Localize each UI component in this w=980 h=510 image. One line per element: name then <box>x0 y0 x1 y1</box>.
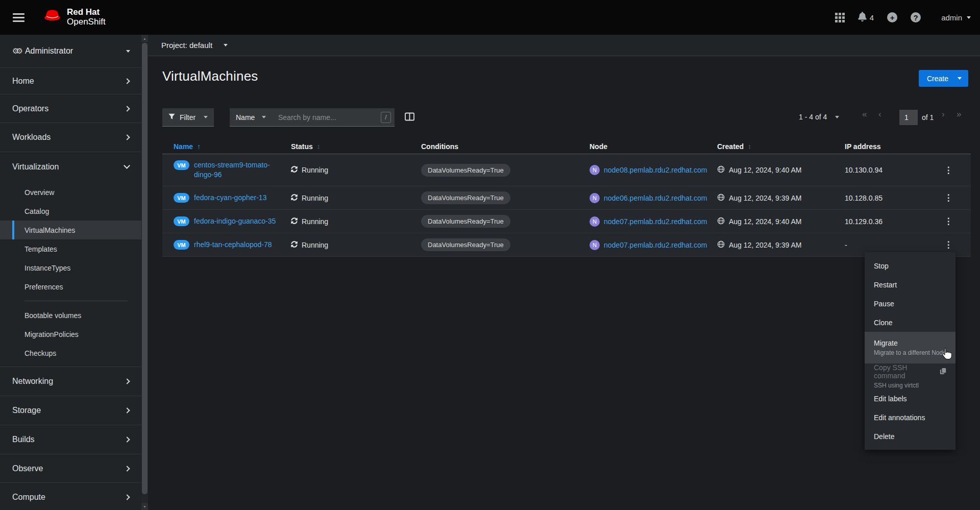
sidebar-item-storage[interactable]: Storage <box>0 396 141 425</box>
question-circle-icon: ? <box>911 12 921 22</box>
menu-item-pause[interactable]: Pause <box>865 294 955 313</box>
sidebar-item-instancetypes[interactable]: InstanceTypes <box>0 258 141 277</box>
status-label: Running <box>302 166 328 174</box>
scroll-down-icon[interactable]: ▼ <box>141 503 148 510</box>
status-label: Running <box>302 241 328 249</box>
search-attribute-dropdown[interactable]: Name <box>230 108 272 127</box>
sidebar-item-catalog[interactable]: Catalog <box>0 202 141 221</box>
column-header-status[interactable]: Status ↕ <box>291 142 421 151</box>
pagination-prev-button[interactable]: ‹ <box>878 109 881 119</box>
chevron-right-icon <box>124 378 130 384</box>
page-title: VirtualMachines <box>162 68 258 84</box>
ip-address: 10.130.0.94 <box>845 166 939 174</box>
scroll-up-icon[interactable]: ▲ <box>141 35 148 42</box>
sidebar-item-overview[interactable]: Overview <box>0 183 141 202</box>
menu-item-clone[interactable]: Clone <box>865 313 955 332</box>
sidebar-item-builds[interactable]: Builds <box>0 425 141 454</box>
sidebar-item-operators[interactable]: Operators <box>0 94 141 123</box>
help-button[interactable]: ? <box>911 12 921 22</box>
pagination-next-button[interactable]: › <box>942 109 945 119</box>
pagination-last-button[interactable]: » <box>957 109 961 119</box>
column-header-created[interactable]: Created ↕ <box>717 142 845 151</box>
sidebar-item-home[interactable]: Home <box>0 68 141 94</box>
sort-ascending-icon: ↑ <box>197 142 201 151</box>
sidebar-item-virtualmachines[interactable]: VirtualMachines <box>0 221 141 239</box>
sort-both-icon: ↕ <box>317 142 321 150</box>
menu-item-edit-labels[interactable]: Edit labels <box>865 389 955 408</box>
app-launcher-button[interactable] <box>835 13 845 22</box>
sidebar-item-bootable-volumes[interactable]: Bootable volumes <box>0 306 141 325</box>
sidebar-item-observe[interactable]: Observe <box>0 454 141 483</box>
node-link[interactable]: node07.pemlab.rdu2.redhat.com <box>604 217 707 226</box>
ip-address: 10.129.0.36 <box>845 217 939 226</box>
chevron-right-icon <box>124 407 130 413</box>
search-box: / <box>272 108 395 127</box>
chevron-right-icon <box>124 466 130 471</box>
node-link[interactable]: node06.pemlab.rdu2.redhat.com <box>604 194 707 202</box>
sidebar-item-migrationpolicies[interactable]: MigrationPolicies <box>0 325 141 344</box>
scrollbar-thumb[interactable] <box>142 43 148 494</box>
project-selector-label: Project: default <box>161 41 212 50</box>
ip-address: 10.128.0.85 <box>845 194 939 202</box>
menu-item-edit-annotations[interactable]: Edit annotations <box>865 408 955 427</box>
chevron-down-icon <box>224 44 228 46</box>
node-link[interactable]: node08.pemlab.rdu2.redhat.com <box>604 166 707 174</box>
vm-kind-badge: VM <box>174 193 189 203</box>
openshift-console: Red Hat OpenShift 4 + ? admin <box>0 0 980 510</box>
row-actions-kebab-icon[interactable]: ⋮ <box>939 236 958 254</box>
menu-item-delete[interactable]: Delete <box>865 427 955 446</box>
menu-item-restart[interactable]: Restart <box>865 275 955 294</box>
chevron-down-icon <box>958 77 962 80</box>
sidebar-item-networking[interactable]: Networking <box>0 367 141 396</box>
row-actions-kebab-icon[interactable]: ⋮ <box>939 189 958 207</box>
search-input[interactable] <box>272 113 395 122</box>
chevron-down-icon <box>967 16 971 19</box>
sidebar-item-virtualization[interactable]: Virtualization <box>0 152 141 182</box>
vm-name-link[interactable]: fedora-indigo-guanaco-35 <box>194 216 276 226</box>
sidebar-item-preferences[interactable]: Preferences <box>0 277 141 296</box>
node-kind-badge: N <box>590 240 600 250</box>
vm-name-link[interactable]: centos-stream9-tomato-dingo-96 <box>194 160 285 180</box>
sidebar-item-checkups[interactable]: Checkups <box>0 344 141 362</box>
pagination-page-input[interactable]: 1 <box>899 110 918 125</box>
perspective-switcher[interactable]: ⚙⚙ Administrator <box>0 35 141 68</box>
chevron-right-icon <box>124 78 130 84</box>
globe-icon <box>717 240 725 250</box>
column-header-name[interactable]: Name ↑ <box>174 142 291 151</box>
chevron-right-icon <box>124 134 130 140</box>
sidebar-scrollbar[interactable]: ▲ ▼ <box>141 35 148 510</box>
nav-toggle-icon[interactable] <box>13 13 24 22</box>
row-actions-kebab-icon[interactable]: ⋮ <box>939 212 958 231</box>
notifications-button[interactable]: 4 <box>858 12 874 23</box>
user-menu[interactable]: admin <box>941 13 971 22</box>
menu-item-description: SSH using virtctl <box>874 382 946 389</box>
menu-item-migrate[interactable]: Migrate Migrate to a different Node <box>865 332 955 363</box>
globe-icon <box>717 165 725 175</box>
sidebar-item-templates[interactable]: Templates <box>0 239 141 258</box>
chevron-down-icon <box>204 116 208 118</box>
filter-dropdown[interactable]: Filter <box>162 108 214 127</box>
pagination-first-button[interactable]: « <box>862 109 867 119</box>
running-sync-icon <box>291 166 298 174</box>
add-button[interactable]: + <box>887 12 897 22</box>
sidebar-nav: ⚙⚙ Administrator Home Operators Workload… <box>0 35 148 510</box>
gears-icon: ⚙⚙ <box>12 46 20 56</box>
manage-columns-button[interactable] <box>405 112 415 123</box>
vm-name-link[interactable]: rhel9-tan-cephalopod-78 <box>194 240 272 250</box>
vm-kind-badge: VM <box>174 240 189 250</box>
sidebar-item-workloads[interactable]: Workloads <box>0 123 141 152</box>
pagination-range-dropdown[interactable]: 1 - 4 of 4 <box>799 113 839 121</box>
row-actions-kebab-icon[interactable]: ⋮ <box>939 161 958 179</box>
column-header-ip: IP address <box>845 142 939 151</box>
node-link[interactable]: node07.pemlab.rdu2.redhat.com <box>604 241 707 249</box>
bell-icon <box>858 12 867 23</box>
vm-name-link[interactable]: fedora-cyan-gopher-13 <box>194 193 266 203</box>
project-selector[interactable]: Project: default <box>148 35 980 56</box>
virtualization-subnav: Overview Catalog VirtualMachines Templat… <box>0 182 141 367</box>
table-row: VM centos-stream9-tomato-dingo-96 Runnin… <box>162 154 971 186</box>
menu-item-copy-ssh-command[interactable]: Copy SSH command SSH using virtctl <box>865 363 955 389</box>
running-sync-icon <box>291 241 298 249</box>
create-button[interactable]: Create <box>919 70 968 87</box>
menu-item-stop[interactable]: Stop <box>865 256 955 275</box>
sidebar-item-compute[interactable]: Compute <box>0 483 141 510</box>
